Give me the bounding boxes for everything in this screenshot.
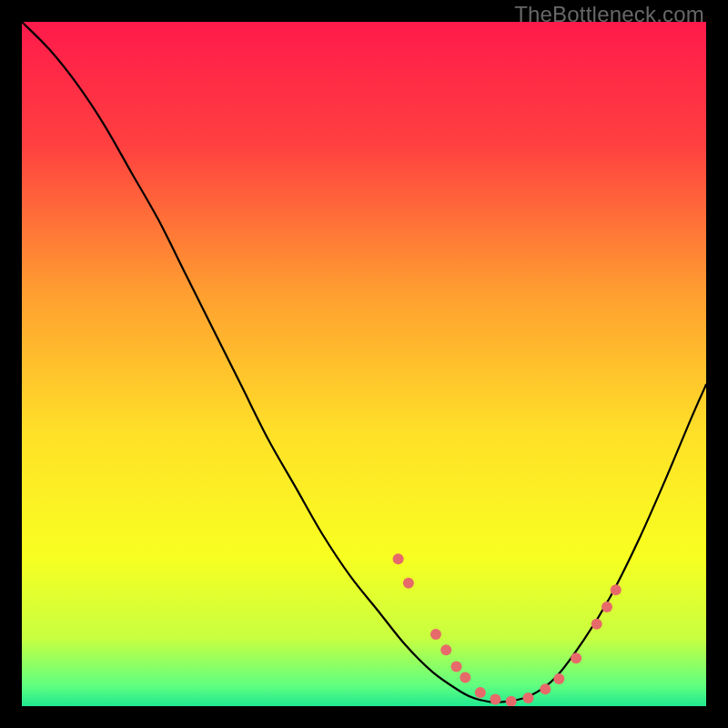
curve-marker — [430, 629, 441, 640]
curve-marker — [460, 672, 470, 682]
curve-marker — [451, 661, 462, 672]
curve-marker — [440, 644, 451, 655]
curve-marker — [602, 602, 612, 612]
curve-marker — [403, 578, 414, 589]
curve-marker — [540, 683, 551, 694]
curve-marker — [592, 619, 602, 630]
bottleneck-chart — [22, 22, 706, 706]
curve-marker — [571, 652, 581, 663]
curve-marker — [611, 584, 622, 595]
curve-marker — [475, 687, 486, 698]
curve-marker — [393, 553, 404, 564]
curve-marker — [553, 673, 564, 684]
chart-frame — [22, 22, 706, 706]
curve-marker — [522, 693, 533, 703]
curve-marker — [490, 693, 500, 704]
